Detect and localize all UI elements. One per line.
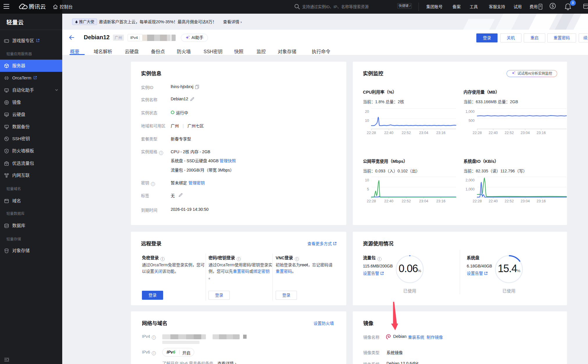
svg-text:23:16: 23:16: [436, 199, 445, 203]
svg-text:23:16: 23:16: [436, 131, 445, 135]
svg-text:22:40: 22:40: [489, 131, 498, 135]
svg-text:22:28: 22:28: [367, 131, 376, 135]
svg-text:23:04: 23:04: [419, 131, 428, 135]
svg-text:22:28: 22:28: [473, 131, 482, 135]
svg-text:23:04: 23:04: [419, 199, 428, 203]
svg-text:22:40: 22:40: [384, 199, 393, 203]
svg-text:500: 500: [468, 119, 475, 123]
svg-text:23:04: 23:04: [521, 199, 530, 203]
svg-text:22:28: 22:28: [473, 199, 482, 203]
svg-text:22:52: 22:52: [402, 199, 411, 203]
svg-text:10: 10: [365, 119, 369, 123]
svg-text:1,000: 1,000: [466, 110, 475, 114]
svg-text:1,000: 1,000: [466, 187, 475, 191]
svg-text:22:52: 22:52: [402, 131, 411, 135]
svg-text:20: 20: [365, 110, 369, 114]
svg-text:10: 10: [365, 178, 369, 182]
svg-text:22:40: 22:40: [384, 131, 393, 135]
svg-text:22:52: 22:52: [505, 199, 514, 203]
svg-text:22:52: 22:52: [505, 131, 514, 135]
svg-text:23:16: 23:16: [537, 131, 546, 135]
svg-text:23:04: 23:04: [521, 131, 530, 135]
svg-text:23:16: 23:16: [537, 199, 546, 203]
svg-text:5: 5: [367, 187, 369, 191]
svg-text:2,000: 2,000: [466, 178, 475, 182]
svg-text:22:28: 22:28: [367, 199, 376, 203]
svg-text:22:40: 22:40: [489, 199, 498, 203]
